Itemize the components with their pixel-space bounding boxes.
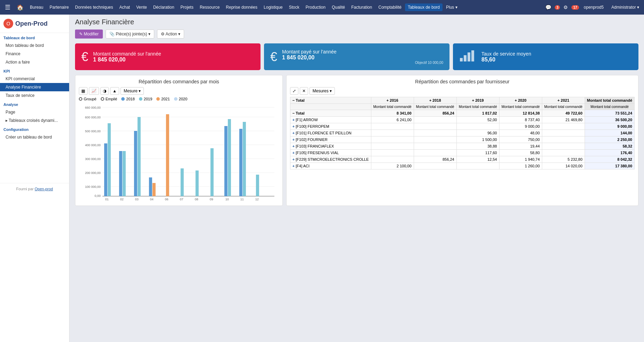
sidebar-item-taux-service[interactable]: Taux de service [0,91,69,100]
chart-area-icon-btn[interactable]: ▲ [110,87,119,95]
col-2021: + 2021 [542,97,585,104]
svg-rect-20 [104,143,107,196]
table-cell-1-5: 36 500,20 [585,117,634,123]
svg-text:660 000,00: 660 000,00 [85,106,101,109]
sidebar-item-finance[interactable]: Finance [0,50,69,58]
table-expand-icon-btn[interactable]: ⤢ [290,87,298,95]
sidebar-item-creer-tableau[interactable]: Créer un tableau de bord [0,133,69,141]
table-cell-3-2: 96,00 [456,130,499,136]
bar-chart-controls: ▦ 📈 ◑ ▲ Mesure ▾ [79,87,279,95]
nav-comptabilite[interactable]: Comptabilité [375,3,404,11]
bar-chart-panel: Répartition des commandes par mois ▦ 📈 ◑… [75,75,283,206]
nav-logistique[interactable]: Logistique [261,3,286,11]
sidebar-item-kpi-commercial[interactable]: KPI commercial [0,75,69,83]
nav-role[interactable]: Administrator ▾ [609,3,642,11]
nav-reprise[interactable]: Reprise données [223,3,260,11]
col-sub-2020: Montant total commandé [499,104,542,110]
table-row-label-2: + [F100] FERROPEM [290,123,371,130]
table-cell-7-0 [371,156,414,163]
chart-mesure-btn[interactable]: Mesure ▾ [121,87,144,95]
col-2020: + 2020 [499,97,542,104]
table-cell-8-1 [414,163,456,169]
legend-2020-label: 2020 [179,97,187,101]
table-cell-2-5: 9 000,00 [585,123,634,130]
sidebar-item-mon-tableau[interactable]: Mon tableau de bord [0,41,69,50]
piecejointe-button[interactable]: 📎 Pièce(s) jointe(s) ▾ [106,30,154,39]
footer-link[interactable]: Open-prod [35,187,53,191]
chart-bar-icon-btn[interactable]: ▦ [79,87,88,95]
charts-row: Répartition des commandes par mois ▦ 📈 ◑… [75,75,638,206]
table-cell-8-2 [456,163,499,169]
table-cell-6-4 [542,150,585,156]
table-cell-1-1 [414,117,456,123]
sidebar: O Open-Prod Tableaux de bord Mon tableau… [0,15,69,342]
chart-pie-icon-btn[interactable]: ◑ [100,87,109,95]
table-cell-6-5: 176,40 [585,150,634,156]
nav-partenaire[interactable]: Partenaire [47,3,72,11]
settings-icon[interactable]: ⚙ [562,4,569,11]
table-cell-2-0 [371,123,414,130]
home-icon[interactable]: 🏠 [14,3,26,12]
svg-text:0,00: 0,00 [94,194,101,198]
table-cell-6-0 [371,150,414,156]
kpi-paye-label: Montant payé sur l'année [282,49,443,55]
col-sub-2021: Montant total commandé [542,104,585,110]
svg-rect-22 [119,151,122,196]
logo-text: Open-Prod [15,20,48,27]
sidebar-item-tableaux-croises[interactable]: ▸ Tableaux croisés dynami... [0,116,69,125]
sidebar-item-action[interactable]: Action a faire [0,58,69,66]
legend-2021-dot [156,97,160,101]
section-configuration: Configuration [0,125,69,133]
svg-text:12: 12 [255,198,259,201]
col-total: Montant total commandé [585,97,634,104]
table-cell-7-3: 1 940,74 [499,156,542,163]
svg-rect-34 [239,129,242,196]
nav-ressource[interactable]: Ressource [197,3,222,11]
nav-stock[interactable]: Stock [286,3,302,11]
svg-text:600 000,00: 600 000,00 [85,116,101,119]
modifier-button[interactable]: ✎ Modifier [75,30,103,39]
sidebar-item-page[interactable]: Page [0,108,69,116]
table-cell-3-0 [371,130,414,136]
chart-line-icon-btn[interactable]: 📈 [89,87,99,95]
table-cell-7-1: 856,24 [414,156,456,163]
nav-bureau[interactable]: Bureau [27,3,46,11]
main-content: Analyse Financière ✎ Modifier 📎 Pièce(s)… [69,15,644,342]
nav-achat[interactable]: Achat [117,3,133,11]
svg-rect-28 [166,114,169,196]
legend-2019-dot [139,97,142,101]
nav-user[interactable]: openprod5 [581,3,606,11]
table-cell-4-4 [542,136,585,143]
nav-qualite[interactable]: Qualité [329,3,348,11]
svg-rect-24 [134,131,137,196]
table-cell-4-5: 2 250,00 [585,136,634,143]
table-cell-5-1 [414,143,456,150]
nav-donnees[interactable]: Données techniques [72,3,116,11]
table-mesure-btn[interactable]: Mesures ▾ [309,87,335,95]
nav-tableaux[interactable]: Tableaux de bord [405,3,443,11]
table-cell-5-4 [542,143,585,150]
legend-groupe-label: Groupé [84,97,97,101]
svg-rect-26 [149,177,152,196]
col-sub-2018: Montant total commandé [414,104,456,110]
sidebar-item-analyse-financiere[interactable]: Analyse Financière [0,83,69,91]
table-cell-8-4: 14 020,00 [542,163,585,169]
kpi-card-commande: € Montant commandé sur l'année 1 845 020… [75,43,261,70]
euro-icon-2: € [270,50,277,64]
nav-vente[interactable]: Vente [133,3,150,11]
nav-projets[interactable]: Projets [178,3,196,11]
hamburger-icon[interactable]: ☰ [2,2,13,12]
table-cell-3-4 [542,130,585,136]
nav-production[interactable]: Production [303,3,328,11]
nav-declaration[interactable]: Déclaration [150,3,177,11]
svg-rect-33 [228,119,231,196]
kpi-commande-label: Montant commandé sur l'année [93,51,161,57]
messages-icon[interactable]: 💬 [544,4,553,11]
nav-facturation[interactable]: Facturation [348,3,375,11]
pivot-table-wrapper: − Total + 2016 + 2018 + 2019 + 2020 + 20… [290,97,635,169]
svg-rect-0 [460,58,463,61]
nav-plus[interactable]: Plus ▾ [443,3,460,11]
table-close-icon-btn[interactable]: ✕ [300,87,308,95]
table-cell-1-4: 21 469,80 [542,117,585,123]
action-button[interactable]: ⚙ Action ▾ [157,30,184,39]
